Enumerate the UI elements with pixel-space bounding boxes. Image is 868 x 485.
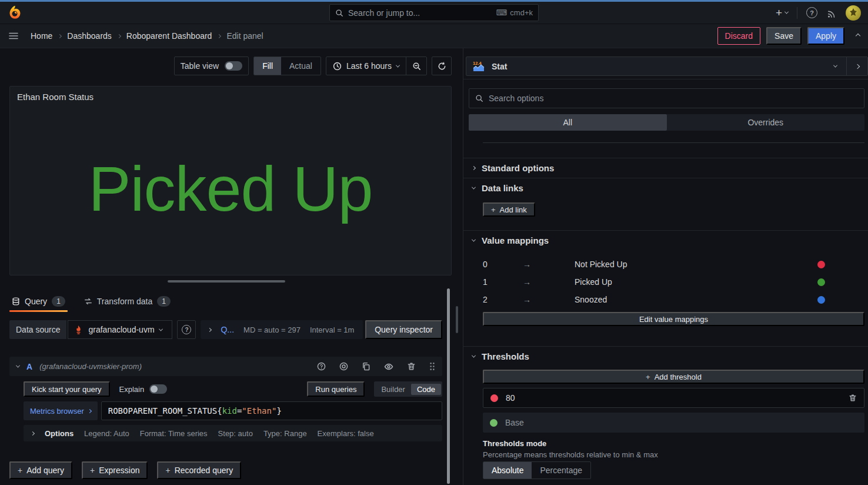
thresholds-mode-description: Percentage means thresholds relative to … [483, 450, 658, 459]
percentage-option[interactable]: Percentage [532, 462, 590, 479]
section-standard-options[interactable]: Standard options [463, 158, 868, 178]
main-area: Table view Fill Actual Last 6 hours [0, 48, 868, 485]
zoom-out-button[interactable] [406, 57, 426, 75]
absolute-option[interactable]: Absolute [483, 462, 532, 479]
fill-option[interactable]: Fill [254, 57, 281, 75]
code-option[interactable]: Code [411, 384, 441, 395]
threshold-value[interactable]: 80 [506, 393, 841, 403]
trash-icon[interactable] [407, 362, 416, 371]
kick-start-button[interactable]: Kick start your query [24, 381, 110, 397]
help-icon[interactable]: ? [806, 7, 817, 18]
collapse-pane-button[interactable] [847, 57, 867, 75]
eye-icon[interactable] [384, 362, 393, 371]
collapse-header-icon[interactable] [856, 34, 860, 38]
breadcrumb-dashboards[interactable]: Dashboards [67, 31, 112, 41]
query-count-badge: 1 [52, 296, 65, 307]
thresholds-mode-switch: Absolute Percentage [483, 461, 591, 479]
metrics-browser-button[interactable]: Metrics browser [24, 401, 98, 420]
mapping-color-swatch[interactable] [817, 278, 825, 286]
threshold-base-row: Base [483, 413, 864, 433]
horizontal-resize-handle[interactable] [168, 280, 285, 283]
mapping-color-swatch[interactable] [817, 296, 825, 304]
tab-all[interactable]: All [469, 114, 667, 131]
tab-transform-data[interactable]: Transform data 1 [84, 291, 171, 312]
menu-icon[interactable] [8, 31, 19, 41]
time-range-picker[interactable]: Last 6 hours [326, 57, 406, 75]
viz-name: Stat [492, 62, 507, 71]
save-button[interactable]: Save [766, 27, 802, 45]
add-query-button[interactable]: + Add query [9, 461, 72, 479]
chevron-down-icon[interactable] [16, 364, 20, 368]
panel-preview[interactable]: Ethan Room Status Picked Up [9, 86, 452, 275]
visualization-picker[interactable]: 12.4 Stat [466, 57, 868, 76]
builder-option[interactable]: Builder [375, 385, 410, 394]
table-view-label: Table view [181, 61, 219, 71]
drag-handle-icon[interactable] [429, 362, 435, 371]
global-search[interactable]: ⌨ cmd+k [329, 4, 539, 21]
search-options-input[interactable] [489, 94, 858, 103]
query-help-icon[interactable] [317, 362, 326, 371]
datasource-help-button[interactable]: ? [177, 320, 196, 339]
panel-title[interactable]: Ethan Room Status [10, 87, 451, 102]
breadcrumb-home[interactable]: Home [31, 31, 52, 41]
section-thresholds[interactable]: Thresholds [463, 346, 868, 366]
news-rss-icon[interactable] [826, 8, 837, 18]
query-options-bar[interactable]: Options Legend: Auto Format: Time series… [24, 425, 442, 441]
datasource-picker[interactable]: grafanacloud-uvm [68, 320, 172, 339]
query-editor-card: A (grafanacloud-uvmskier-prom) [9, 357, 442, 441]
run-queries-button[interactable]: Run queries [307, 381, 365, 397]
query-options-summary[interactable]: Q... MD = auto = 297 Interval = 1m [201, 320, 363, 339]
section-data-links[interactable]: Data links [463, 178, 868, 198]
chevron-down-icon [396, 63, 400, 67]
promql-code-editor[interactable]: ROBOPARENT_ROOM_STATUS{kid="Ethan"} [101, 401, 442, 420]
tab-query[interactable]: Query 1 [9, 291, 68, 312]
record-icon[interactable] [339, 362, 348, 371]
promql-expression: ROBOPARENT_ROOM_STATUS{kid="Ethan"} [108, 406, 282, 416]
vertical-resize-handle[interactable] [456, 306, 458, 333]
search-options-field[interactable] [469, 88, 864, 108]
grafana-logo-icon[interactable] [7, 5, 23, 21]
trash-icon[interactable] [849, 394, 857, 402]
section-value-mappings[interactable]: Value mappings [463, 230, 868, 250]
stat-value: Picked Up [88, 152, 372, 225]
expression-button[interactable]: + Expression [82, 461, 148, 479]
discard-button[interactable]: Discard [717, 27, 760, 45]
chevron-right-icon [58, 34, 62, 38]
avatar[interactable] [846, 5, 861, 21]
table-view-toggle[interactable] [225, 61, 242, 71]
threshold-color-swatch[interactable] [490, 394, 498, 402]
mapping-color-swatch[interactable] [817, 261, 825, 268]
recorded-query-button[interactable]: + Recorded query [157, 461, 241, 479]
query-datasource-hint: (grafanacloud-uvmskier-prom) [39, 362, 142, 371]
query-row-header[interactable]: A (grafanacloud-uvmskier-prom) [9, 357, 442, 376]
max-data-points: MD = auto = 297 [243, 325, 301, 334]
tab-overrides[interactable]: Overrides [667, 114, 865, 131]
explain-toggle[interactable] [149, 384, 167, 394]
search-input[interactable] [348, 8, 492, 18]
refresh-button[interactable] [432, 57, 452, 75]
edit-value-mappings-button[interactable]: Edit value mappings [483, 312, 864, 326]
apply-button[interactable]: Apply [807, 27, 844, 45]
chevron-down-icon [472, 353, 476, 357]
arrow-right-icon: → [523, 277, 575, 287]
query-footer-actions: + Add query + Expression + Recorded quer… [9, 461, 241, 479]
chevron-right-icon [217, 34, 221, 38]
transform-count-badge: 1 [157, 296, 171, 307]
scrollbar-thumb[interactable] [447, 288, 450, 484]
keyboard-icon: ⌨ [496, 8, 508, 17]
query-options-abbrev: Q... [221, 325, 234, 334]
threshold-row[interactable]: 80 [483, 388, 864, 408]
time-controls: Last 6 hours [326, 57, 427, 75]
query-inspector-button[interactable]: Query inspector [365, 320, 442, 339]
grafana-edit-panel-page: { "icons": { "plus": "+", "arrow": "→", … [0, 0, 868, 485]
actual-option[interactable]: Actual [281, 57, 321, 75]
database-icon [12, 297, 20, 305]
duplicate-icon[interactable] [362, 362, 370, 371]
base-color-swatch[interactable] [490, 419, 498, 427]
breadcrumb-dashboard-name[interactable]: Roboparent Dashboard [126, 31, 212, 41]
new-menu-button[interactable]: + [776, 7, 788, 18]
add-threshold-button[interactable]: + Add threshold [483, 370, 864, 384]
add-link-button[interactable]: + Add link [483, 202, 535, 217]
chevron-right-icon [31, 431, 35, 435]
value-mappings-list: 0 → Not Picked Up 1 → Picked Up 2 → Snoo… [483, 255, 864, 308]
